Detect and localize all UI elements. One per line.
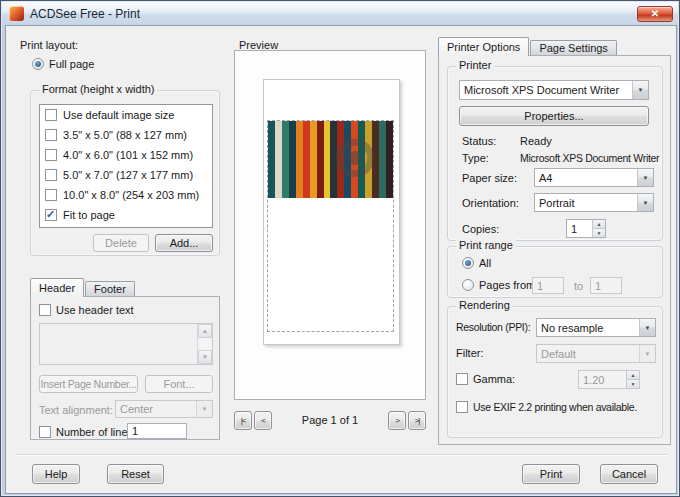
rendering-group: Rendering Resolution (PPI): No resample … [447, 306, 663, 438]
format-option-label: 3.5" x 5.0" (88 x 127 mm) [63, 129, 187, 141]
printer-group-title: Printer [456, 59, 494, 71]
printer-group: Printer Microsoft XPS Document Writer ▼ … [447, 66, 663, 241]
format-group-title: Format (height x width) [39, 83, 157, 95]
checkbox-icon[interactable] [45, 149, 57, 161]
pages-from-radio[interactable]: Pages from: [462, 279, 538, 291]
orientation-label: Orientation: [462, 197, 519, 209]
full-page-radio[interactable]: Full page [32, 58, 94, 70]
tab-page-settings[interactable]: Page Settings [530, 40, 617, 55]
header-panel: Use header text ▲ ▼ Insert Page Number..… [30, 296, 220, 440]
format-option[interactable]: 4.0" x 6.0" (101 x 152 mm) [40, 145, 212, 165]
first-page-button[interactable]: |< [234, 411, 252, 430]
previous-page-icon: < [261, 416, 265, 425]
properties-button[interactable]: Properties... [459, 106, 649, 126]
next-page-button[interactable]: > [388, 411, 406, 430]
spinner[interactable]: ▲ ▼ [592, 220, 605, 237]
spin-up-icon[interactable]: ▲ [593, 220, 605, 229]
checkbox-icon[interactable] [45, 169, 57, 181]
radio-icon[interactable] [462, 279, 474, 291]
checkbox-icon[interactable] [39, 304, 51, 316]
paper-size-label: Paper size: [462, 172, 517, 184]
previous-page-button[interactable]: < [254, 411, 272, 430]
all-pages-label: All [479, 257, 491, 269]
checkbox-icon[interactable] [456, 401, 468, 413]
preview-page [263, 79, 400, 345]
gamma-checkbox[interactable]: Gamma: [456, 373, 515, 385]
image-watermark [329, 132, 381, 184]
dialog-body: Print layout: Full page Format (height x… [5, 25, 677, 494]
tab-printer-options-label: Printer Options [447, 41, 520, 53]
text-alignment-value: Center [116, 401, 196, 417]
header-text-area: ▲ ▼ [39, 323, 213, 365]
format-option[interactable]: Use default image size [40, 105, 212, 125]
format-option[interactable]: 5.0" x 7.0" (127 x 177 mm) [40, 165, 212, 185]
resolution-select[interactable]: No resample ▼ [536, 318, 656, 337]
all-pages-radio[interactable]: All [462, 257, 491, 269]
chevron-down-icon: ▼ [632, 81, 648, 99]
type-label: Type: [462, 152, 489, 164]
printer-tabs: Printer Options Page Settings [438, 36, 617, 55]
filter-select: Default ▼ [536, 344, 656, 363]
image-stripe [310, 121, 317, 198]
format-option[interactable]: 3.5" x 5.0" (88 x 127 mm) [40, 125, 212, 145]
reset-button[interactable]: Reset [107, 464, 164, 484]
last-page-button[interactable]: >| [408, 411, 426, 430]
format-option[interactable]: Fit to page [40, 205, 212, 225]
use-header-text-checkbox[interactable]: Use header text [39, 304, 134, 316]
tab-footer[interactable]: Footer [85, 281, 135, 296]
exif-label: Use EXIF 2.2 printing when available. [473, 401, 637, 413]
filter-label: Filter: [456, 347, 484, 359]
print-layout-label: Print layout: [20, 39, 78, 51]
printer-select[interactable]: Microsoft XPS Document Writer ▼ [459, 80, 649, 100]
spinner: ▲ ▼ [626, 371, 639, 388]
close-button[interactable]: ✕ [637, 6, 673, 22]
format-option-label: 4.0" x 6.0" (101 x 152 mm) [63, 149, 193, 161]
preview-panel [234, 50, 426, 400]
reset-button-label: Reset [121, 468, 150, 480]
tab-printer-options[interactable]: Printer Options [438, 37, 529, 56]
cancel-button-label: Cancel [612, 468, 646, 480]
print-button-label: Print [540, 468, 563, 480]
full-page-label: Full page [49, 58, 94, 70]
tab-header[interactable]: Header [30, 278, 84, 297]
help-button-label: Help [45, 468, 68, 480]
resolution-value: No resample [537, 319, 639, 336]
chevron-down-icon: ▼ [637, 169, 653, 186]
cancel-button[interactable]: Cancel [600, 464, 658, 484]
paper-size-select[interactable]: A4 ▼ [534, 168, 654, 187]
number-of-lines-checkbox[interactable]: Number of lines: [39, 426, 136, 438]
chevron-down-icon: ▼ [196, 401, 212, 417]
help-button[interactable]: Help [32, 464, 80, 484]
radio-selected-icon[interactable] [462, 257, 474, 269]
checkbox-checked-icon[interactable] [45, 209, 57, 221]
orientation-select[interactable]: Portrait ▼ [534, 193, 654, 212]
text-alignment-combo: Center ▼ [115, 400, 213, 418]
footer-divider [16, 454, 668, 456]
exif-checkbox[interactable]: Use EXIF 2.2 printing when available. [456, 401, 637, 413]
printer-options-panel: Printer Microsoft XPS Document Writer ▼ … [438, 55, 671, 445]
text-alignment-label: Text alignment: [39, 404, 113, 416]
delete-button-label: Delete [105, 237, 137, 249]
checkbox-icon[interactable] [39, 426, 51, 438]
status-label: Status: [462, 135, 496, 147]
checkbox-icon[interactable] [456, 373, 468, 385]
add-button[interactable]: Add... [155, 234, 213, 252]
radio-selected-icon[interactable] [32, 58, 44, 70]
checkbox-icon[interactable] [45, 109, 57, 121]
number-of-lines-input[interactable]: 1 [127, 423, 187, 439]
checkbox-icon[interactable] [45, 129, 57, 141]
paper-size-value: A4 [535, 169, 637, 186]
font-button-label: Font... [163, 378, 194, 390]
format-option-label: 5.0" x 7.0" (127 x 177 mm) [63, 169, 193, 181]
spin-down-icon[interactable]: ▼ [593, 229, 605, 237]
add-button-label: Add... [170, 237, 199, 249]
checkbox-icon[interactable] [45, 189, 57, 201]
insert-page-number-button: Insert Page Number... [39, 375, 138, 393]
format-listbox[interactable]: Use default image size 3.5" x 5.0" (88 x… [39, 104, 213, 228]
print-button[interactable]: Print [522, 464, 580, 484]
copies-stepper[interactable]: 1 ▲ ▼ [566, 219, 606, 238]
orientation-value: Portrait [535, 194, 637, 211]
pages-to-value: 1 [591, 278, 621, 293]
page-indicator: Page 1 of 1 [274, 414, 386, 426]
format-option[interactable]: 10.0" x 8.0" (254 x 203 mm) [40, 185, 212, 205]
